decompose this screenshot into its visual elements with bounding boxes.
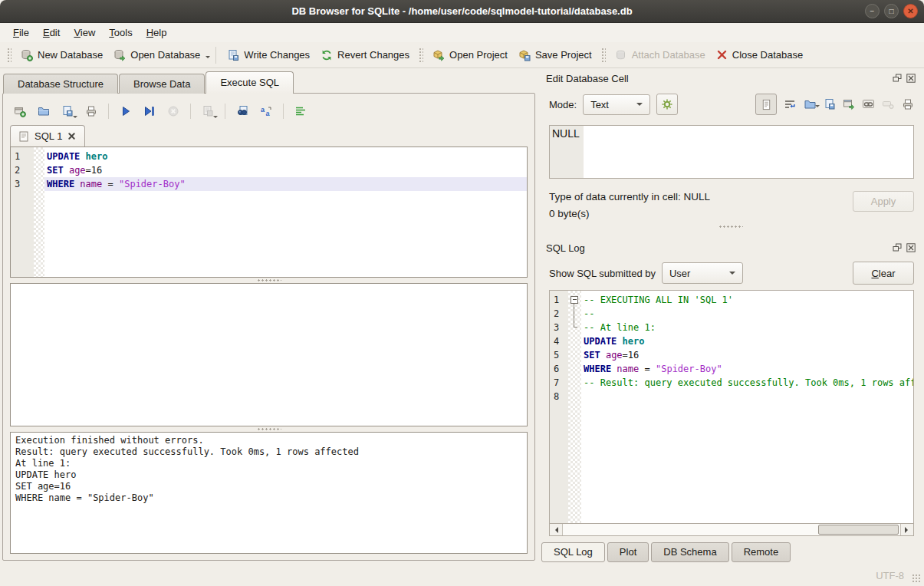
cell-value-editor[interactable]: NULL bbox=[549, 125, 914, 179]
splitter-handle[interactable] bbox=[540, 224, 921, 229]
cell-settings-button[interactable] bbox=[656, 94, 678, 115]
execute-current-line-button[interactable] bbox=[140, 101, 159, 121]
sql-log-controls: Show SQL submitted by User Clear bbox=[549, 262, 914, 285]
menu-item-edit[interactable]: Edit bbox=[36, 25, 67, 41]
close-dock-button[interactable] bbox=[906, 243, 916, 253]
code-line: 1UPDATE hero bbox=[11, 150, 527, 163]
open-sql-file-button[interactable] bbox=[34, 101, 54, 121]
open-project-button[interactable]: Open Project bbox=[427, 45, 513, 65]
dock-tab-db-schema[interactable]: DB Schema bbox=[651, 542, 728, 562]
window-title: DB Browser for SQLite - /home/user/code/… bbox=[291, 5, 632, 17]
sql-tab-bar: SQL 1 bbox=[10, 123, 528, 146]
dock-header: Edit Database Cell bbox=[540, 71, 921, 86]
database-attach-icon bbox=[615, 49, 627, 61]
float-dock-button[interactable] bbox=[892, 243, 903, 253]
execute-all-button[interactable] bbox=[116, 101, 136, 121]
tab-database-structure[interactable]: Database Structure bbox=[3, 74, 118, 94]
minimize-button[interactable]: − bbox=[865, 4, 880, 18]
encoding-label[interactable]: UTF-8 bbox=[876, 570, 904, 581]
close-button[interactable]: ✕ bbox=[903, 4, 918, 18]
horizontal-scrollbar[interactable] bbox=[550, 523, 913, 535]
app-window: { "window": { "title": "DB Browser for S… bbox=[0, 0, 924, 586]
dock-tab-remote[interactable]: Remote bbox=[732, 542, 791, 562]
save-results-dropdown-arrow-icon bbox=[213, 116, 218, 120]
print-sql-button[interactable] bbox=[81, 101, 101, 121]
maximize-button[interactable]: □ bbox=[884, 4, 899, 18]
set-null-icon bbox=[882, 98, 895, 110]
text-mode-button[interactable] bbox=[755, 94, 777, 115]
close-tab-icon[interactable] bbox=[67, 132, 76, 140]
menu-item-view[interactable]: View bbox=[67, 25, 102, 41]
open-in-window-icon[interactable] bbox=[843, 98, 855, 110]
filter-label: Show SQL submitted by bbox=[549, 268, 656, 279]
tab-execute-sql[interactable]: Execute SQL bbox=[206, 71, 294, 94]
float-icon bbox=[893, 243, 902, 252]
resize-grip[interactable] bbox=[912, 574, 921, 583]
document-icon bbox=[761, 99, 772, 110]
save-project-icon bbox=[518, 49, 531, 61]
cell-value: NULL bbox=[552, 127, 580, 140]
scroll-left-button[interactable] bbox=[550, 524, 563, 535]
code-line: 5SET age=16 bbox=[550, 348, 913, 362]
menu-item-tools[interactable]: Tools bbox=[102, 25, 139, 41]
scrollbar-thumb[interactable] bbox=[818, 525, 899, 535]
message-pane: Execution finished without errors. Resul… bbox=[10, 432, 528, 554]
print-icon bbox=[85, 105, 97, 117]
sql-tab[interactable]: SQL 1 bbox=[10, 125, 85, 146]
revert-changes-icon bbox=[321, 49, 333, 61]
close-dock-button[interactable] bbox=[906, 74, 916, 84]
float-dock-button[interactable] bbox=[892, 74, 903, 84]
titlebar: DB Browser for SQLite - /home/user/code/… bbox=[0, 0, 924, 23]
sql-log-view[interactable]: 1-- EXECUTING ALL IN 'SQL 1'2--3-- At li… bbox=[549, 290, 914, 536]
find-button[interactable] bbox=[232, 101, 252, 121]
save-project-button[interactable]: Save Project bbox=[513, 45, 597, 65]
splitter-handle[interactable] bbox=[10, 426, 528, 432]
print-cell-icon[interactable] bbox=[902, 98, 914, 110]
new-database-button[interactable]: New Database bbox=[15, 45, 108, 65]
svg-text:a: a bbox=[261, 106, 265, 114]
attach-database-button: Attach Database bbox=[610, 45, 711, 65]
dock-tab-sql-log[interactable]: SQL Log bbox=[541, 542, 605, 562]
sql-editor-toolbar: aa bbox=[10, 99, 528, 123]
toolbar-drag-handle[interactable] bbox=[601, 48, 606, 63]
revert-changes-button[interactable]: Revert Changes bbox=[315, 45, 415, 65]
cell-size-info: 0 byte(s) bbox=[549, 208, 710, 219]
new-sql-tab-button[interactable] bbox=[10, 101, 30, 121]
import-dropdown-arrow-icon[interactable] bbox=[815, 105, 820, 110]
save-sql-file-button[interactable] bbox=[58, 101, 77, 121]
main-tab-bar: Database Structure Browse Data Execute S… bbox=[3, 71, 294, 94]
find-icon bbox=[236, 105, 248, 117]
open-database-button[interactable]: Open Database bbox=[108, 45, 206, 65]
save-results-icon bbox=[202, 105, 214, 117]
close-dock-icon bbox=[906, 74, 916, 83]
cell-type-info: Type of data currently in cell: NULL bbox=[549, 191, 710, 202]
import-text-button[interactable] bbox=[804, 98, 817, 110]
dock-tab-plot[interactable]: Plot bbox=[607, 542, 649, 562]
play-to-line-icon bbox=[143, 105, 156, 117]
find-replace-button[interactable]: aa bbox=[256, 101, 276, 121]
mode-select[interactable]: Text bbox=[583, 94, 650, 115]
splitter-handle[interactable] bbox=[10, 278, 528, 283]
menu-item-file[interactable]: File bbox=[6, 25, 36, 41]
submitter-select[interactable]: User bbox=[662, 262, 743, 284]
sql-editor[interactable]: 1UPDATE hero2SET age=163WHERE name = "Sp… bbox=[10, 146, 528, 278]
tab-browse-data[interactable]: Browse Data bbox=[119, 74, 205, 94]
scroll-right-button[interactable] bbox=[900, 524, 913, 535]
find-replace-icon: aa bbox=[260, 105, 272, 117]
format-sql-button[interactable] bbox=[291, 101, 311, 121]
toolbar-drag-handle[interactable] bbox=[7, 48, 12, 63]
write-changes-icon bbox=[227, 49, 239, 61]
mode-label: Mode: bbox=[549, 99, 577, 110]
open-database-dropdown-arrow-icon[interactable] bbox=[206, 56, 210, 61]
clear-button[interactable]: Clear bbox=[853, 262, 914, 285]
play-icon bbox=[120, 105, 132, 117]
close-database-button[interactable]: Close Database bbox=[711, 45, 809, 64]
save-dropdown-arrow-icon[interactable] bbox=[73, 116, 77, 120]
menu-item-help[interactable]: Help bbox=[140, 25, 174, 41]
toolbar-drag-handle[interactable] bbox=[419, 48, 423, 63]
results-pane[interactable] bbox=[10, 283, 528, 426]
write-changes-button[interactable]: Write Changes bbox=[222, 45, 315, 65]
export-file-icon[interactable] bbox=[824, 98, 836, 110]
link-icon[interactable] bbox=[862, 98, 875, 110]
word-wrap-icon[interactable] bbox=[784, 98, 797, 110]
